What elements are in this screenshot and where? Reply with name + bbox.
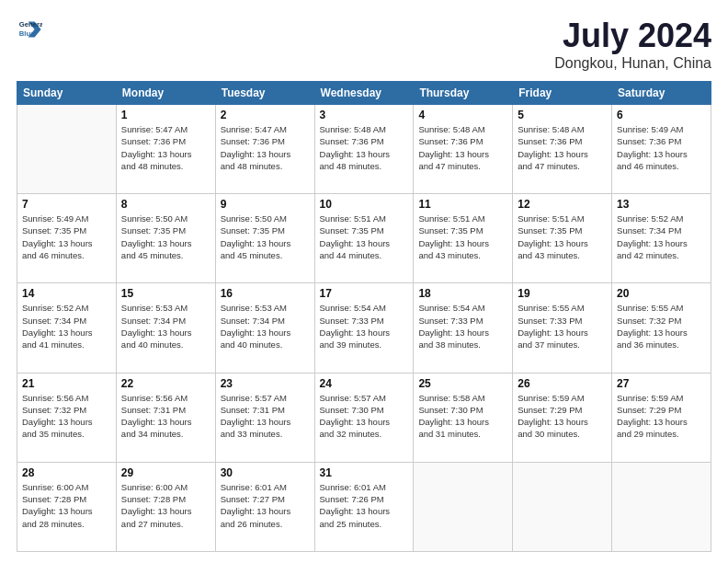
day-cell: 23Sunrise: 5:57 AM Sunset: 7:31 PM Dayli… [215,373,314,462]
day-info: Sunrise: 5:56 AM Sunset: 7:32 PM Dayligh… [22,392,111,441]
day-info: Sunrise: 5:57 AM Sunset: 7:30 PM Dayligh… [320,392,409,441]
day-cell: 7Sunrise: 5:49 AM Sunset: 7:35 PM Daylig… [17,194,117,283]
day-cell: 16Sunrise: 5:53 AM Sunset: 7:34 PM Dayli… [215,283,314,373]
day-info: Sunrise: 6:01 AM Sunset: 7:27 PM Dayligh… [221,481,310,530]
day-number: 26 [518,377,607,390]
day-number: 12 [518,198,607,211]
page: General Blue July 2024 Dongkou, Hunan, C… [0,0,728,563]
day-info: Sunrise: 5:50 AM Sunset: 7:35 PM Dayligh… [221,213,310,261]
day-info: Sunrise: 5:48 AM Sunset: 7:36 PM Dayligh… [320,123,409,172]
day-cell: 4Sunrise: 5:48 AM Sunset: 7:36 PM Daylig… [414,105,513,194]
day-info: Sunrise: 5:54 AM Sunset: 7:33 PM Dayligh… [418,302,507,350]
day-number: 1 [121,109,210,121]
day-info: Sunrise: 5:47 AM Sunset: 7:36 PM Dayligh… [221,123,310,172]
day-number: 29 [121,466,210,479]
day-cell: 8Sunrise: 5:50 AM Sunset: 7:35 PM Daylig… [116,194,215,283]
day-info: Sunrise: 5:56 AM Sunset: 7:31 PM Dayligh… [121,392,210,441]
day-number: 2 [221,109,310,121]
calendar-table: SundayMondayTuesdayWednesdayThursdayFrid… [17,81,711,552]
day-info: Sunrise: 5:48 AM Sunset: 7:36 PM Dayligh… [518,123,607,172]
day-cell: 30Sunrise: 6:01 AM Sunset: 7:27 PM Dayli… [215,462,314,551]
day-number: 7 [22,198,111,211]
day-cell: 17Sunrise: 5:54 AM Sunset: 7:33 PM Dayli… [314,283,414,373]
day-number: 24 [320,377,409,390]
day-cell: 11Sunrise: 5:51 AM Sunset: 7:35 PM Dayli… [414,194,513,283]
week-row-3: 14Sunrise: 5:52 AM Sunset: 7:34 PM Dayli… [17,283,711,373]
day-info: Sunrise: 5:48 AM Sunset: 7:36 PM Dayligh… [418,123,507,172]
day-cell: 27Sunrise: 5:59 AM Sunset: 7:29 PM Dayli… [612,373,711,462]
day-number: 14 [22,287,111,300]
calendar-subtitle: Dongkou, Hunan, China [554,55,711,72]
weekday-header-tuesday: Tuesday [215,82,314,105]
weekday-header-wednesday: Wednesday [314,82,414,105]
weekday-header-monday: Monday [116,82,215,105]
day-number: 4 [418,109,507,121]
day-number: 18 [418,287,507,300]
day-number: 22 [121,377,210,390]
day-cell: 24Sunrise: 5:57 AM Sunset: 7:30 PM Dayli… [314,373,414,462]
day-number: 6 [617,109,706,121]
day-cell: 14Sunrise: 5:52 AM Sunset: 7:34 PM Dayli… [17,283,117,373]
day-cell: 20Sunrise: 5:55 AM Sunset: 7:32 PM Dayli… [612,283,711,373]
day-number: 25 [418,377,507,390]
day-number: 27 [617,377,706,390]
day-cell [513,462,612,551]
day-info: Sunrise: 5:51 AM Sunset: 7:35 PM Dayligh… [418,213,507,261]
day-cell: 29Sunrise: 6:00 AM Sunset: 7:28 PM Dayli… [116,462,215,551]
day-number: 9 [221,198,310,211]
day-cell: 3Sunrise: 5:48 AM Sunset: 7:36 PM Daylig… [314,105,414,194]
weekday-header-saturday: Saturday [612,82,711,105]
week-row-2: 7Sunrise: 5:49 AM Sunset: 7:35 PM Daylig… [17,194,711,283]
day-cell: 10Sunrise: 5:51 AM Sunset: 7:35 PM Dayli… [314,194,414,283]
day-number: 15 [121,287,210,300]
day-number: 30 [221,466,310,479]
header: General Blue July 2024 Dongkou, Hunan, C… [17,17,711,72]
day-cell: 2Sunrise: 5:47 AM Sunset: 7:36 PM Daylig… [215,105,314,194]
day-cell: 6Sunrise: 5:49 AM Sunset: 7:36 PM Daylig… [612,105,711,194]
day-number: 21 [22,377,111,390]
day-cell: 26Sunrise: 5:59 AM Sunset: 7:29 PM Dayli… [513,373,612,462]
day-info: Sunrise: 5:50 AM Sunset: 7:35 PM Dayligh… [121,213,210,261]
day-cell: 31Sunrise: 6:01 AM Sunset: 7:26 PM Dayli… [314,462,414,551]
day-cell: 12Sunrise: 5:51 AM Sunset: 7:35 PM Dayli… [513,194,612,283]
day-info: Sunrise: 5:51 AM Sunset: 7:35 PM Dayligh… [518,213,607,261]
logo: General Blue [17,17,46,42]
day-number: 19 [518,287,607,300]
day-info: Sunrise: 5:59 AM Sunset: 7:29 PM Dayligh… [518,392,607,441]
day-cell [414,462,513,551]
day-info: Sunrise: 6:00 AM Sunset: 7:28 PM Dayligh… [22,481,111,530]
day-number: 16 [221,287,310,300]
day-info: Sunrise: 5:52 AM Sunset: 7:34 PM Dayligh… [22,302,111,350]
day-info: Sunrise: 5:53 AM Sunset: 7:34 PM Dayligh… [121,302,210,350]
day-info: Sunrise: 5:54 AM Sunset: 7:33 PM Dayligh… [320,302,409,350]
day-cell: 19Sunrise: 5:55 AM Sunset: 7:33 PM Dayli… [513,283,612,373]
day-number: 23 [221,377,310,390]
weekday-header-row: SundayMondayTuesdayWednesdayThursdayFrid… [17,82,711,105]
day-info: Sunrise: 5:47 AM Sunset: 7:36 PM Dayligh… [121,123,210,172]
day-info: Sunrise: 5:57 AM Sunset: 7:31 PM Dayligh… [221,392,310,441]
calendar-title: July 2024 [554,17,711,55]
day-cell [17,105,117,194]
day-info: Sunrise: 5:55 AM Sunset: 7:32 PM Dayligh… [617,302,706,350]
day-cell: 18Sunrise: 5:54 AM Sunset: 7:33 PM Dayli… [414,283,513,373]
day-info: Sunrise: 5:49 AM Sunset: 7:36 PM Dayligh… [617,123,706,172]
day-info: Sunrise: 5:58 AM Sunset: 7:30 PM Dayligh… [418,392,507,441]
day-number: 20 [617,287,706,300]
day-cell: 1Sunrise: 5:47 AM Sunset: 7:36 PM Daylig… [116,105,215,194]
day-cell: 28Sunrise: 6:00 AM Sunset: 7:28 PM Dayli… [17,462,117,551]
svg-text:General: General [19,20,42,29]
week-row-5: 28Sunrise: 6:00 AM Sunset: 7:28 PM Dayli… [17,462,711,551]
day-number: 13 [617,198,706,211]
logo-icon: General Blue [17,17,42,42]
day-info: Sunrise: 5:49 AM Sunset: 7:35 PM Dayligh… [22,213,111,261]
day-number: 28 [22,466,111,479]
day-cell: 5Sunrise: 5:48 AM Sunset: 7:36 PM Daylig… [513,105,612,194]
day-cell: 9Sunrise: 5:50 AM Sunset: 7:35 PM Daylig… [215,194,314,283]
day-cell: 21Sunrise: 5:56 AM Sunset: 7:32 PM Dayli… [17,373,117,462]
week-row-4: 21Sunrise: 5:56 AM Sunset: 7:32 PM Dayli… [17,373,711,462]
day-number: 3 [320,109,409,121]
day-cell: 13Sunrise: 5:52 AM Sunset: 7:34 PM Dayli… [612,194,711,283]
day-cell: 15Sunrise: 5:53 AM Sunset: 7:34 PM Dayli… [116,283,215,373]
day-info: Sunrise: 6:00 AM Sunset: 7:28 PM Dayligh… [121,481,210,530]
title-block: July 2024 Dongkou, Hunan, China [554,17,711,72]
